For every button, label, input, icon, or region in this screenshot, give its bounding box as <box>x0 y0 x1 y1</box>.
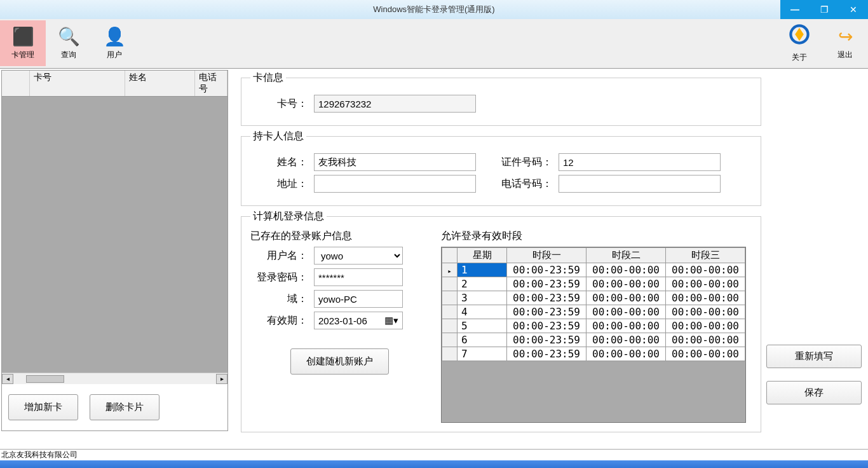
card-no-label: 卡号： <box>250 97 308 111</box>
table-row[interactable]: 300:00-23:5900:00-00:0000:00-00:00 <box>442 291 745 305</box>
cell-period3[interactable]: 00:00-00:00 <box>666 291 745 305</box>
cell-day[interactable]: 5 <box>458 319 507 333</box>
col-name[interactable]: 姓名 <box>125 71 195 96</box>
cell-day[interactable]: 7 <box>458 347 507 361</box>
password-label: 登录密码： <box>250 271 308 284</box>
user-icon: 👤 <box>104 26 126 47</box>
table-row[interactable]: 200:00-23:5900:00-00:0000:00-00:00 <box>442 277 745 291</box>
close-button[interactable] <box>839 0 868 19</box>
table-row[interactable]: 500:00-23:5900:00-00:0000:00-00:00 <box>442 319 745 333</box>
expire-date-picker[interactable]: 2023-01-06 ▦▾ <box>314 312 403 329</box>
row-header[interactable] <box>442 347 458 361</box>
cell-period2[interactable]: 00:00-00:00 <box>587 291 666 305</box>
minimize-button[interactable] <box>780 0 810 19</box>
row-header[interactable] <box>442 277 458 291</box>
existing-account-label: 已存在的登录账户信息 <box>250 230 428 243</box>
username-select[interactable]: yowo <box>314 247 403 265</box>
tab-user-label: 用户 <box>107 50 122 60</box>
col-period2[interactable]: 时段二 <box>587 248 666 263</box>
id-input[interactable] <box>559 153 721 171</box>
add-card-button[interactable]: 增加新卡 <box>8 394 78 420</box>
tab-user[interactable]: 👤 用户 <box>92 20 137 66</box>
tab-query[interactable]: 🔍 查询 <box>46 20 92 66</box>
cell-period1[interactable]: 00:00-23:59 <box>507 319 587 333</box>
cell-period2[interactable]: 00:00-00:00 <box>587 277 666 291</box>
scroll-right-arrow[interactable]: ▸ <box>216 374 227 384</box>
login-legend: 计算机登录信息 <box>250 210 327 223</box>
maximize-button[interactable] <box>810 0 839 19</box>
tab-card-mgmt[interactable]: ⬛ 卡管理 <box>0 20 46 66</box>
domain-input[interactable] <box>314 290 403 308</box>
cell-period1[interactable]: 00:00-23:59 <box>507 305 587 319</box>
card-info-group: 卡信息 卡号： 1292673232 <box>241 71 761 126</box>
expire-label: 有效期： <box>250 314 308 327</box>
password-input[interactable] <box>314 268 403 286</box>
name-input[interactable] <box>314 153 476 171</box>
toolbar: ⬛ 卡管理 🔍 查询 👤 用户 关于 ↪ 退出 <box>0 19 868 69</box>
login-info-group: 计算机登录信息 已存在的登录账户信息 用户名： yowo 登录密码： <box>241 210 761 432</box>
cell-period3[interactable]: 00:00-00:00 <box>666 333 745 347</box>
scroll-thumb[interactable] <box>26 375 64 383</box>
cell-day[interactable]: 2 <box>458 277 507 291</box>
exit-icon: ↪ <box>838 26 853 47</box>
id-label: 证件号码： <box>482 156 552 169</box>
cell-period3[interactable]: 00:00-00:00 <box>666 277 745 291</box>
cell-period2[interactable]: 00:00-00:00 <box>587 305 666 319</box>
card-no-field: 1292673232 <box>314 95 476 113</box>
domain-label: 域： <box>250 292 308 306</box>
table-row[interactable]: 700:00-23:5900:00-00:0000:00-00:00 <box>442 347 745 361</box>
create-random-account-button[interactable]: 创建随机新账户 <box>290 348 389 375</box>
save-button[interactable]: 保存 <box>766 381 862 404</box>
about-icon <box>789 24 810 50</box>
phone-input[interactable] <box>559 175 721 193</box>
col-phone[interactable]: 电话号 <box>195 71 227 96</box>
username-label: 用户名： <box>250 249 308 263</box>
cell-period1[interactable]: 00:00-23:59 <box>507 263 587 277</box>
delete-card-button[interactable]: 删除卡片 <box>90 394 159 420</box>
reset-button[interactable]: 重新填写 <box>766 345 862 368</box>
cell-period3[interactable]: 00:00-00:00 <box>666 263 745 277</box>
col-period3[interactable]: 时段三 <box>666 248 745 263</box>
cell-period1[interactable]: 00:00-23:59 <box>507 347 587 361</box>
row-header[interactable] <box>442 319 458 333</box>
holder-legend: 持卡人信息 <box>250 130 306 143</box>
col-card-no[interactable]: 卡号 <box>30 71 125 96</box>
card-list-body[interactable] <box>2 97 227 373</box>
cell-day[interactable]: 6 <box>458 333 507 347</box>
addr-input[interactable] <box>314 175 476 193</box>
cell-period2[interactable]: 00:00-00:00 <box>587 263 666 277</box>
tab-exit[interactable]: ↪ 退出 <box>822 20 868 66</box>
col-day[interactable]: 星期 <box>458 248 507 263</box>
holder-info-group: 持卡人信息 姓名： 证件号码： 地址： 电话号码： <box>241 130 761 206</box>
cell-period3[interactable]: 00:00-00:00 <box>666 347 745 361</box>
addr-label: 地址： <box>250 177 308 191</box>
tab-about-label: 关于 <box>792 52 807 63</box>
cell-day[interactable]: 3 <box>458 291 507 305</box>
tab-about[interactable]: 关于 <box>776 20 822 66</box>
cell-period3[interactable]: 00:00-00:00 <box>666 305 745 319</box>
taskbar[interactable] <box>0 460 868 468</box>
cell-period2[interactable]: 00:00-00:00 <box>587 347 666 361</box>
row-header[interactable] <box>442 291 458 305</box>
horizontal-scrollbar[interactable]: ◂ ▸ <box>2 373 227 384</box>
table-row[interactable]: 100:00-23:5900:00-00:0000:00-00:00 <box>442 263 745 277</box>
scroll-left-arrow[interactable]: ◂ <box>2 374 13 384</box>
cell-day[interactable]: 4 <box>458 305 507 319</box>
col-period1[interactable]: 时段一 <box>507 248 587 263</box>
cell-period1[interactable]: 00:00-23:59 <box>507 333 587 347</box>
cell-period2[interactable]: 00:00-00:00 <box>587 333 666 347</box>
cell-period2[interactable]: 00:00-00:00 <box>587 319 666 333</box>
row-header[interactable] <box>442 305 458 319</box>
time-period-grid[interactable]: 星期 时段一 时段二 时段三 100:00-23:5900:00-00:0000… <box>441 247 746 423</box>
calendar-icon: ▦▾ <box>384 315 398 326</box>
row-header[interactable] <box>442 263 458 277</box>
cell-day[interactable]: 1 <box>458 263 507 277</box>
cell-period3[interactable]: 00:00-00:00 <box>666 319 745 333</box>
row-header[interactable] <box>442 333 458 347</box>
table-row[interactable]: 600:00-23:5900:00-00:0000:00-00:00 <box>442 333 745 347</box>
cell-period1[interactable]: 00:00-23:59 <box>507 291 587 305</box>
search-icon: 🔍 <box>58 26 80 47</box>
cell-period1[interactable]: 00:00-23:59 <box>507 277 587 291</box>
window-title: Windows智能卡登录管理(通用版) <box>373 4 494 15</box>
table-row[interactable]: 400:00-23:5900:00-00:0000:00-00:00 <box>442 305 745 319</box>
